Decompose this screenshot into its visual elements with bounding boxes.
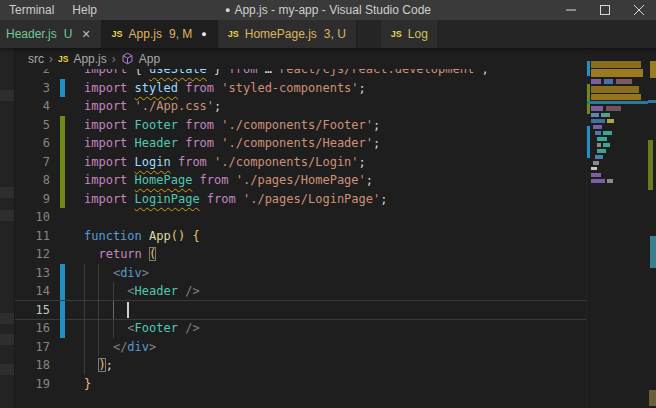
symbol-class-icon bbox=[121, 52, 134, 65]
tab-appjs[interactable]: JS App.js 9, M ● bbox=[102, 20, 218, 48]
gutter-added-bar bbox=[60, 190, 65, 209]
tab-label: Log bbox=[408, 27, 428, 41]
window-title-text: App.js - my-app - Visual Studio Code bbox=[234, 3, 431, 17]
chevron-right-icon: › bbox=[49, 52, 53, 66]
unsaved-dot-icon[interactable]: ● bbox=[201, 29, 206, 39]
minimize-icon[interactable] bbox=[554, 0, 588, 20]
gutter-modified-bar bbox=[60, 282, 65, 301]
code-line[interactable]: 15 bbox=[14, 300, 656, 321]
git-status-badge: U bbox=[64, 27, 73, 41]
breadcrumb-symbol[interactable]: App bbox=[139, 52, 160, 66]
gutter-modified-bar bbox=[60, 301, 65, 320]
code-line[interactable]: 5import Footer from './components/Footer… bbox=[14, 116, 656, 135]
code-line[interactable]: 6import Header from './components/Header… bbox=[14, 134, 656, 153]
tab-loginpagejs[interactable]: JS Log bbox=[381, 20, 437, 48]
menu-help[interactable]: Help bbox=[63, 0, 106, 20]
code-line[interactable]: 11function App() { bbox=[14, 227, 656, 246]
maximize-icon[interactable] bbox=[588, 0, 622, 20]
gutter-added-bar bbox=[60, 171, 65, 190]
text-cursor bbox=[127, 302, 129, 318]
gutter-added-bar bbox=[60, 153, 65, 172]
code-line[interactable]: 19} bbox=[14, 375, 656, 394]
code-line[interactable]: 13 <div> bbox=[14, 264, 656, 283]
code-line[interactable]: 16 <Footer /> bbox=[14, 319, 656, 338]
overview-ruler-scrollbar[interactable] bbox=[648, 48, 656, 408]
menu-terminal[interactable]: Terminal bbox=[0, 0, 63, 20]
code-line[interactable]: 17 </div> bbox=[14, 338, 656, 357]
js-file-icon: JS bbox=[391, 29, 402, 39]
code-line[interactable]: 2import { useState } from …'react/cjs/re… bbox=[14, 69, 656, 79]
code-line[interactable]: 4import './App.css'; bbox=[14, 97, 656, 116]
breadcrumb-file[interactable]: App.js bbox=[73, 52, 106, 66]
breadcrumb-src[interactable]: src bbox=[28, 52, 44, 66]
tab-label: App.js bbox=[129, 27, 162, 41]
tab-close-icon[interactable]: ✕ bbox=[81, 28, 90, 41]
tab-headerjs[interactable]: Header.js U ✕ bbox=[0, 20, 102, 48]
chevron-right-icon: › bbox=[112, 52, 116, 66]
problems-git-badge: 9, M bbox=[169, 27, 192, 41]
unsaved-dot-icon: ● bbox=[225, 5, 230, 15]
close-icon[interactable] bbox=[622, 0, 656, 20]
gutter-modified-bar bbox=[60, 264, 65, 283]
js-file-icon: JS bbox=[228, 29, 239, 39]
tab-label: Header.js bbox=[6, 27, 57, 41]
minimap[interactable] bbox=[586, 55, 649, 408]
title-bar: Terminal Help ●App.js - my-app - Visual … bbox=[0, 0, 656, 20]
code-line[interactable]: 8import HomePage from './pages/HomePage'… bbox=[14, 171, 656, 190]
code-line[interactable]: 14 <Header /> bbox=[14, 282, 656, 301]
tab-bar: Header.js U ✕ JS App.js 9, M ● JS HomePa… bbox=[0, 20, 656, 48]
code-line[interactable]: 18 ); bbox=[14, 356, 656, 375]
gutter-modified-bar bbox=[60, 319, 65, 338]
gutter-added-bar bbox=[60, 116, 65, 135]
js-file-icon: JS bbox=[112, 29, 123, 39]
code-line[interactable]: 3import styled from 'styled-components'; bbox=[14, 79, 656, 98]
left-panel-sliver bbox=[0, 48, 15, 408]
tab-homepagejs[interactable]: JS HomePage.js 3, U bbox=[218, 20, 357, 48]
code-line[interactable]: 10 bbox=[14, 208, 656, 227]
code-editor[interactable]: 2import { useState } from …'react/cjs/re… bbox=[14, 69, 656, 408]
js-file-icon: JS bbox=[58, 54, 68, 64]
gutter-added-bar bbox=[60, 134, 65, 153]
code-line[interactable]: 9import LoginPage from './pages/LoginPag… bbox=[14, 190, 656, 209]
tab-label: HomePage.js bbox=[245, 27, 317, 41]
breadcrumb: src › JS App.js › App bbox=[14, 48, 586, 69]
vscode-window: Terminal Help ●App.js - my-app - Visual … bbox=[0, 0, 656, 408]
code-line[interactable]: 12 return ( bbox=[14, 245, 656, 264]
problems-git-badge: 3, U bbox=[324, 27, 346, 41]
code-line[interactable]: 7import Login from './components/Login'; bbox=[14, 153, 656, 172]
gutter-modified-bar bbox=[60, 79, 65, 98]
